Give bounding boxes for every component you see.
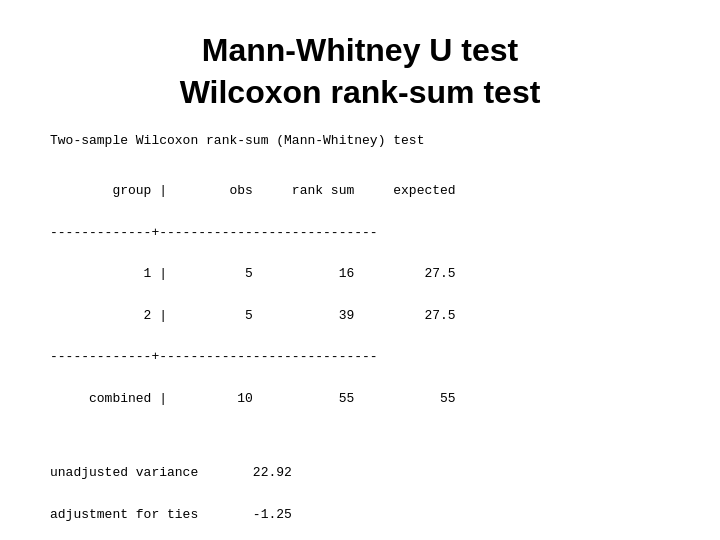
table-combined: combined | 10 55 55 [50, 391, 456, 406]
table-divider1: -------------+--------------------------… [50, 225, 378, 240]
variance-section: unadjusted variance 22.92 adjustment for… [50, 443, 670, 540]
table-row2: 2 | 5 39 27.5 [50, 308, 456, 323]
main-title: Mann-Whitney U test Wilcoxon rank-sum te… [50, 30, 670, 113]
stats-table: group | obs rank sum expected ----------… [50, 160, 670, 430]
table-header: group | obs rank sum expected [50, 183, 456, 198]
title-line1: Mann-Whitney U test [50, 30, 670, 72]
table-row1: 1 | 5 16 27.5 [50, 266, 456, 281]
title-section: Mann-Whitney U test Wilcoxon rank-sum te… [50, 30, 670, 113]
page: Mann-Whitney U test Wilcoxon rank-sum te… [0, 0, 720, 540]
adjustment-for-ties: adjustment for ties -1.25 [50, 507, 292, 522]
table-divider2: -------------+--------------------------… [50, 349, 378, 364]
content-section: Two-sample Wilcoxon rank-sum (Mann-Whitn… [50, 133, 670, 540]
subtitle: Two-sample Wilcoxon rank-sum (Mann-Whitn… [50, 133, 670, 148]
unadjusted-variance: unadjusted variance 22.92 [50, 465, 292, 480]
title-line2: Wilcoxon rank-sum test [50, 72, 670, 114]
